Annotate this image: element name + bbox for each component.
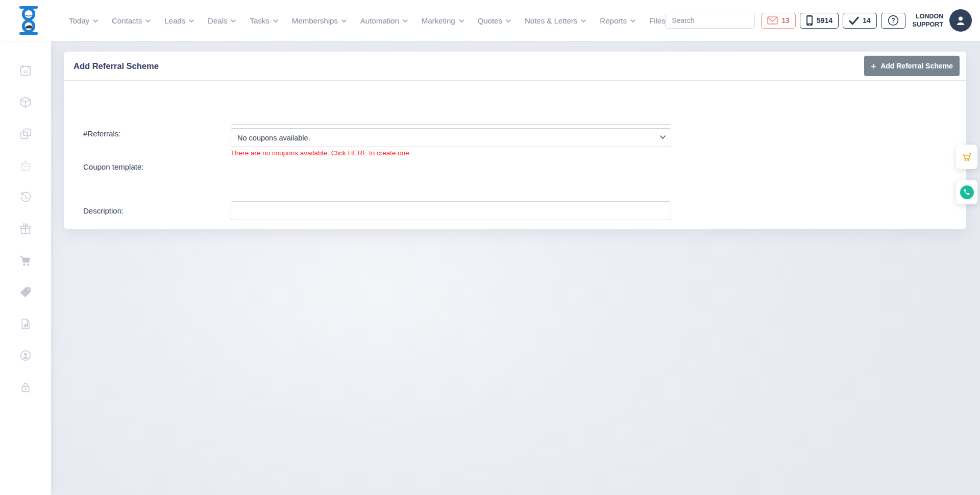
nav-label: Contacts (112, 16, 142, 25)
calendar-icon: 12 (19, 64, 32, 77)
chevron-down-icon (231, 19, 236, 23)
add-referral-scheme-button[interactable]: + Add Referral Scheme (864, 56, 960, 76)
app-logo[interactable] (15, 6, 42, 35)
gift-icon (19, 222, 32, 235)
sidebar-item-security[interactable] (18, 380, 33, 394)
svg-text:?: ? (891, 17, 895, 24)
nav-item-leads[interactable]: Leads (164, 16, 194, 25)
warning-prefix: There are no coupons available. Click (231, 149, 348, 157)
search-box (665, 13, 755, 29)
create-coupon-link[interactable]: HERE (348, 149, 368, 157)
chevron-down-icon (341, 19, 347, 23)
nav-label: Tasks (250, 16, 269, 25)
phone-icon (963, 188, 970, 196)
coupon-warning-text: There are no coupons available. Click HE… (231, 149, 409, 157)
nav-label: Files (649, 16, 666, 25)
sidebar-item-history[interactable] (18, 190, 33, 204)
coupon-template-select[interactable]: No coupons available. (231, 128, 671, 147)
search-input[interactable] (666, 13, 755, 28)
floating-cart-button[interactable] (956, 145, 977, 169)
add-button-label: Add Referral Scheme (880, 62, 953, 70)
tasks-badge[interactable]: 14 (843, 13, 877, 29)
nav-item-deals[interactable]: Deals (208, 16, 236, 25)
chevron-down-icon (189, 19, 194, 23)
user-name-line2: SUPPORT (913, 20, 943, 29)
sidebar-item-products[interactable] (18, 95, 33, 109)
add-referral-scheme-panel: Add Referral Scheme + Add Referral Schem… (64, 52, 966, 229)
page-title: Add Referral Scheme (74, 61, 864, 71)
copy-icon (19, 127, 32, 140)
shopping-bag-icon (19, 159, 32, 172)
help-icon: ? (888, 15, 899, 26)
sidebar-item-support[interactable] (18, 348, 33, 363)
nav-item-contacts[interactable]: Contacts (112, 16, 151, 25)
messages-badge[interactable]: 13 (761, 13, 796, 29)
envelope-icon (767, 16, 778, 25)
nav-label: Quotes (478, 16, 502, 25)
chevron-down-icon (93, 19, 98, 23)
side-nav: 12 $ (0, 41, 51, 495)
chevron-down-icon (145, 19, 151, 23)
chevron-down-icon (506, 19, 511, 23)
lock-icon (19, 381, 32, 394)
tasks-count: 14 (863, 16, 871, 25)
history-icon (19, 191, 32, 204)
phone-badge[interactable]: 5914 (800, 13, 839, 29)
floating-phone-button[interactable] (956, 180, 977, 204)
nav-label: Leads (164, 16, 185, 25)
nav-label: Deals (208, 16, 227, 25)
nav-label: Marketing (422, 16, 455, 25)
nav-item-today[interactable]: Today (69, 16, 98, 25)
nav-label: Memberships (292, 16, 338, 25)
chevron-down-icon (630, 19, 635, 23)
top-bar: Today Contacts Leads Deals Tasks Members… (0, 0, 980, 41)
chevron-down-icon (403, 19, 408, 23)
price-tag-icon: $ (19, 286, 32, 299)
nav-label: Automation (360, 16, 399, 25)
nav-label: Reports (600, 16, 627, 25)
nav-item-tasks[interactable]: Tasks (250, 16, 278, 25)
sidebar-item-pricing[interactable]: $ (18, 285, 33, 299)
sidebar-item-shop[interactable] (18, 158, 33, 173)
warning-suffix: to create one (367, 149, 409, 157)
sidebar-item-calendar[interactable]: 12 (18, 63, 33, 78)
sidebar-item-reports[interactable] (18, 317, 33, 331)
user-name[interactable]: LONDON SUPPORT (913, 12, 943, 29)
smartphone-icon (806, 15, 813, 26)
page: Today Contacts Leads Deals Tasks Members… (0, 0, 980, 495)
phone-circle (960, 185, 974, 199)
nav-label: Notes & Letters (525, 16, 577, 25)
svg-text:$: $ (24, 292, 26, 296)
nav-item-reports[interactable]: Reports (600, 16, 635, 25)
main-nav: Today Contacts Leads Deals Tasks Members… (69, 0, 666, 41)
nav-label: Today (69, 16, 89, 25)
referrals-label: #Referrals: (83, 129, 120, 138)
report-doc-icon (19, 317, 32, 331)
topbar-right-cluster: 13 5914 14 ? LONDON SUPPORT (665, 0, 972, 41)
sidebar-item-cart[interactable] (18, 253, 33, 268)
sidebar-item-duplicates[interactable] (18, 127, 33, 141)
nav-item-notes-letters[interactable]: Notes & Letters (525, 16, 586, 25)
messages-count: 13 (781, 16, 790, 25)
nav-item-memberships[interactable]: Memberships (292, 16, 347, 25)
nav-item-automation[interactable]: Automation (360, 16, 408, 25)
chevron-down-icon (273, 19, 278, 23)
nav-item-files[interactable]: Files (649, 16, 666, 25)
chevron-down-icon (581, 19, 586, 23)
phone-count: 5914 (817, 16, 832, 25)
check-icon (849, 16, 859, 25)
cube-icon (19, 96, 32, 109)
cart-orange-icon (961, 151, 972, 162)
description-label: Description: (83, 206, 124, 215)
help-button[interactable]: ? (881, 13, 905, 29)
hourglass-logo-icon (15, 6, 42, 35)
person-icon (954, 14, 967, 27)
nav-item-quotes[interactable]: Quotes (478, 16, 511, 25)
description-input[interactable] (231, 201, 671, 220)
nav-item-marketing[interactable]: Marketing (422, 16, 464, 25)
cart-icon (19, 254, 32, 267)
sidebar-item-gift[interactable] (18, 222, 33, 236)
panel-body: #Referrals: Coupon template: No coupons … (64, 81, 966, 229)
panel-header: Add Referral Scheme + Add Referral Schem… (64, 52, 966, 81)
avatar[interactable] (949, 9, 972, 32)
